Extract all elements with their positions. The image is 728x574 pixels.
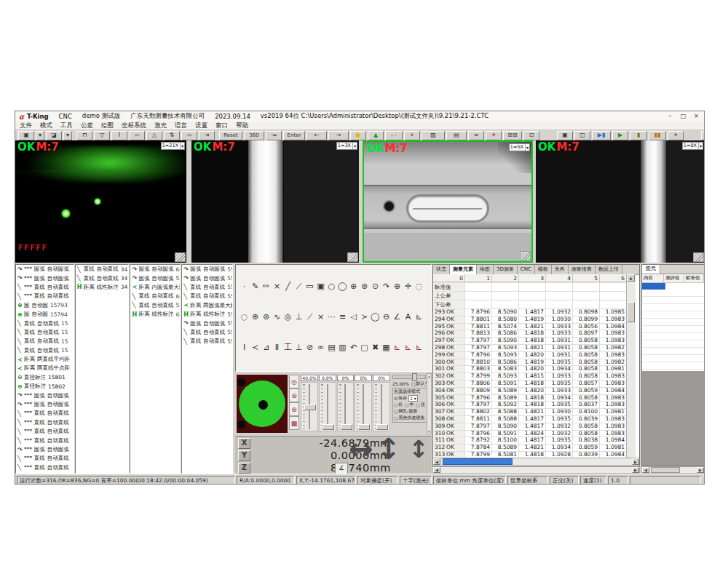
scroll-up-icon[interactable]: ▲ xyxy=(627,274,635,282)
results-tab-绘图[interactable]: 绘图 xyxy=(477,265,494,274)
menu-item-语言[interactable]: 语言 xyxy=(175,121,187,130)
curve-button[interactable]: ↝ xyxy=(266,131,282,140)
menu-item-坐标系统[interactable]: 坐标系统 xyxy=(122,121,146,130)
measure-tool-icon-29[interactable]: ≻ xyxy=(359,312,370,322)
element-item[interactable]: ≺距离两直线平均距 xyxy=(16,355,74,364)
ring-mode-button-3[interactable]: ⊛ xyxy=(289,402,299,416)
element-item[interactable]: ⊕圆自动圆15793 xyxy=(16,301,74,310)
measure-tool-icon-6[interactable]: ⟋ xyxy=(293,282,304,291)
guard-button[interactable]: ▽ xyxy=(94,131,110,140)
new-file-button[interactable]: ▣ xyxy=(18,131,34,140)
measure-tool-icon-47[interactable]: ✖ xyxy=(370,343,381,352)
measure-tool-icon-34[interactable]: ⊾ xyxy=(414,312,424,322)
scroll-left-icon[interactable]: ◀ xyxy=(642,467,649,473)
result-row[interactable]: 309OK7.87978.50901.48171.09320.80581.098… xyxy=(433,423,627,431)
height-measure-button[interactable]: Ⅰ xyxy=(111,131,127,140)
result-row[interactable]: 308OK7.88118.50881.48171.09350.80391.098… xyxy=(433,416,627,423)
measure-tool-icon-1[interactable]: · xyxy=(239,282,250,291)
element-item[interactable]: ↷*** 圆弧自动圆弧 xyxy=(16,400,74,409)
probe-button[interactable]: ⊓ xyxy=(76,131,92,140)
element-item[interactable]: ≺距离两圆弧最大距 xyxy=(182,301,232,310)
measure-tool-icon-17[interactable]: ◌ xyxy=(414,282,424,291)
element-item[interactable]: ╲*** 直线自动直线 xyxy=(16,427,74,436)
element-item[interactable]: ↷*** 圆弧自动圆弧 xyxy=(16,445,74,454)
measure-tool-icon-36[interactable]: ≺ xyxy=(250,343,261,352)
camera-view-4[interactable]: OKM:7 1=0X▾ xyxy=(536,140,705,263)
level-radio-强[interactable]: ○ xyxy=(416,402,420,407)
measure-tool-icon-33[interactable]: A xyxy=(403,312,414,322)
slider-track[interactable] xyxy=(373,382,390,431)
slope-tool-button[interactable]: ∡ xyxy=(335,463,348,474)
menu-item-窗口[interactable]: 窗口 xyxy=(215,121,228,130)
jog-control[interactable]: ↔ ↕ ↕ xyxy=(349,437,429,474)
resize-grip-icon[interactable] xyxy=(520,251,531,260)
measure-tool-icon-18[interactable]: ◌ xyxy=(239,312,250,322)
slider-thumb[interactable] xyxy=(358,424,370,430)
result-row[interactable]: 293OK7.87968.50901.48171.09320.80981.098… xyxy=(433,309,627,316)
measure-tool-icon-38[interactable]: Ⅱ xyxy=(272,343,282,352)
black-lock-radio[interactable]: ○ xyxy=(394,415,397,420)
menu-item-帮助[interactable]: 帮助 xyxy=(236,121,248,130)
measure-tool-icon-20[interactable]: ⊛ xyxy=(261,312,272,322)
results-tab-数据上传[interactable]: 数据上传 xyxy=(596,265,622,274)
element-item[interactable]: ╲直线自动直线15 xyxy=(16,319,74,327)
star-mark-button[interactable]: ✶ xyxy=(486,131,502,140)
vertical-scrollbar[interactable]: ▲ xyxy=(626,274,636,458)
panel-scroll-strip[interactable]: ◀ ▶ xyxy=(641,466,705,474)
disabled-tool2-button[interactable]: ▬ xyxy=(181,131,197,140)
lines-button[interactable]: ≡ xyxy=(468,131,484,140)
element-item[interactable]: ↷圆弧自动圆弧55 xyxy=(182,265,232,274)
grid-pair-button[interactable]: ⊞⊞ xyxy=(503,131,522,140)
measure-tool-icon-49[interactable]: ⊾ xyxy=(392,343,403,352)
slider-track[interactable] xyxy=(337,382,355,431)
element-item[interactable]: ↷*** 圆弧自动圆弧 xyxy=(16,265,74,274)
measure-tool-icon-16[interactable]: ✛ xyxy=(403,282,414,291)
element-item[interactable]: ↷圆弧自动圆弧55 xyxy=(182,274,232,282)
menu-item-公差[interactable]: 公差 xyxy=(81,121,93,130)
measure-tool-icon-10[interactable]: ◯ xyxy=(337,282,348,291)
element-item[interactable]: ╲直线自动直线15 xyxy=(16,346,74,355)
resize-grip-icon[interactable] xyxy=(347,252,358,262)
result-row[interactable]: 294OK7.88018.50801.48191.09300.80991.098… xyxy=(433,316,627,324)
measure-tool-icon-19[interactable]: ⊕ xyxy=(250,312,261,322)
rotate-360-button[interactable]: 360 xyxy=(244,131,264,140)
menu-item-绘图[interactable]: 绘图 xyxy=(101,121,114,130)
measure-tool-icon-13[interactable]: ⊙ xyxy=(370,282,381,291)
measure-tool-icon-11[interactable]: ⊕ xyxy=(348,282,359,291)
default-mode-checkbox[interactable]: □ xyxy=(411,381,416,386)
results-tab-测量元素[interactable]: 测量元素 xyxy=(450,265,477,274)
camera-view-2[interactable]: OKM:7 1=3X▾ xyxy=(191,140,359,263)
slider-thumb[interactable] xyxy=(304,404,316,410)
ring-mode-button-4[interactable]: ▩ xyxy=(289,416,299,430)
magnification-indicator[interactable]: 1=0X▾ xyxy=(682,142,703,150)
ring-light-preview[interactable] xyxy=(237,375,288,433)
scroll-left-icon[interactable]: ◀ xyxy=(433,458,440,465)
slider-thumb[interactable] xyxy=(376,424,388,430)
save-report-button[interactable]: ▣ xyxy=(557,131,573,140)
slider-track[interactable] xyxy=(319,382,336,431)
measure-tool-icon-43[interactable]: ▤ xyxy=(326,343,337,352)
measure-tool-icon-44[interactable]: ▥ xyxy=(337,343,348,352)
element-item[interactable]: ╲直线自动直线15 xyxy=(16,328,74,337)
image-view-button[interactable]: ▲ xyxy=(368,131,384,140)
step-right-button[interactable]: ⇥ xyxy=(199,131,215,140)
measure-tool-icon-39[interactable]: 工 xyxy=(282,342,293,353)
results-tab-CNC[interactable]: CNC xyxy=(518,265,535,274)
element-item[interactable]: ⊖直径标注15802 xyxy=(16,382,74,391)
mesh-view-radio[interactable]: ○ xyxy=(394,409,397,414)
measure-tool-icon-22[interactable]: ◎ xyxy=(282,312,293,322)
measure-tool-icon-35[interactable]: Ⅰ xyxy=(239,343,250,352)
measure-tool-icon-46[interactable]: ▢ xyxy=(359,343,370,352)
element-item[interactable]: ↷圆弧自动圆弧66 xyxy=(130,265,180,274)
scroll-right-icon[interactable]: ▶ xyxy=(632,467,639,473)
minus-minus-button[interactable]: - - xyxy=(385,131,403,140)
menu-item-激光[interactable]: 激光 xyxy=(154,121,167,130)
result-row[interactable]: 296OK7.88138.50861.48181.09330.80971.098… xyxy=(433,330,627,338)
element-item[interactable]: ╲直线自动直线15 xyxy=(16,337,74,346)
element-item[interactable]: ╲直线自动直线55 xyxy=(182,328,232,337)
measure-tool-icon-32[interactable]: ∠ xyxy=(392,312,403,322)
table-scroll-strip[interactable]: ◀ ▶ xyxy=(432,466,640,474)
measure-tool-icon-28[interactable]: ◁ xyxy=(348,312,359,322)
pause-button[interactable]: ▮▮ xyxy=(649,131,666,140)
element-item[interactable]: ↷*** 圆弧自动圆弧 xyxy=(16,274,74,282)
